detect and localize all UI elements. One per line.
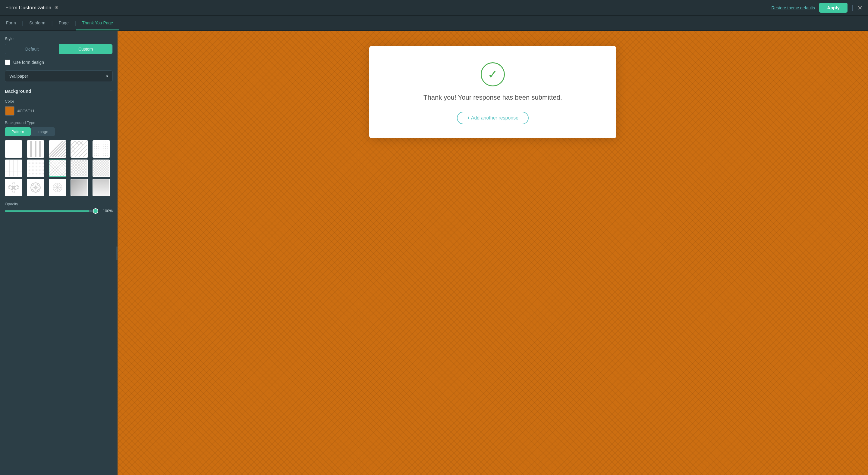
bg-color-hex[interactable]: #CC6E11 (18, 109, 34, 113)
pattern-9[interactable] (70, 160, 88, 177)
topbar: Form Customization ☀ Restore theme defau… (0, 0, 868, 15)
pattern-15[interactable] (93, 179, 110, 196)
add-another-response-button[interactable]: + Add another response (457, 112, 529, 124)
checkmark-icon: ✓ (488, 68, 498, 80)
svg-rect-29 (50, 160, 66, 176)
tabs-row: Form | Subform | Page | Thank You Page (0, 15, 868, 31)
bg-color-swatch[interactable] (5, 106, 14, 115)
tab-subform[interactable]: Subform (23, 16, 51, 30)
thankyou-card: ✓ Thank you! Your response has been subm… (369, 46, 616, 138)
svg-rect-17 (93, 141, 110, 157)
style-custom-button[interactable]: Custom (59, 44, 113, 54)
tab-form[interactable]: Form (0, 16, 22, 30)
apply-button[interactable]: Apply (819, 3, 847, 13)
tab-page[interactable]: Page (53, 16, 75, 30)
svg-rect-2 (30, 141, 32, 157)
sidebar-collapse-button[interactable]: ‹ (116, 246, 118, 260)
wallpaper-dropdown[interactable]: Wallpaper ▾ (5, 70, 113, 82)
style-toggle: Default Custom (5, 44, 113, 54)
pattern-13[interactable] (49, 179, 66, 196)
svg-rect-0 (5, 141, 22, 157)
use-form-design-row: Use form design (5, 60, 113, 65)
color-label: Color (5, 99, 113, 104)
color-swatch-row: #CC6E11 (5, 106, 113, 115)
thankyou-message: Thank you! Your response has been submit… (424, 94, 562, 101)
close-button[interactable]: ✕ (858, 4, 863, 11)
pattern-11[interactable] (5, 179, 22, 196)
add-response-label: + Add another response (467, 115, 518, 121)
pattern-10[interactable] (93, 160, 110, 177)
style-label: Style (5, 36, 113, 41)
svg-rect-4 (39, 141, 41, 157)
check-circle: ✓ (481, 62, 505, 87)
restore-defaults-link[interactable]: Restore theme defaults (771, 5, 815, 10)
style-default-button[interactable]: Default (5, 44, 59, 54)
svg-rect-60 (93, 179, 110, 196)
tab-thank-you-page[interactable]: Thank You Page (76, 16, 119, 30)
pattern-6[interactable] (5, 160, 22, 177)
svg-rect-37 (93, 160, 110, 176)
pattern-grid (5, 140, 113, 196)
svg-rect-18 (5, 160, 22, 176)
pattern-12[interactable] (27, 179, 44, 196)
page-title: Form Customization (5, 5, 51, 11)
background-section-header: Background − (5, 88, 113, 94)
topbar-left: Form Customization ☀ (5, 5, 59, 11)
collapse-icon[interactable]: − (110, 88, 113, 94)
divider: | (852, 4, 853, 11)
pattern-2[interactable] (27, 140, 44, 158)
opacity-row: 100% (5, 209, 113, 213)
pattern-5[interactable] (93, 140, 110, 158)
sun-icon[interactable]: ☀ (54, 5, 59, 10)
pattern-1[interactable] (5, 140, 22, 158)
bg-type-toggle: Pattern Image (5, 127, 113, 136)
main-layout: Style Default Custom Use form design Wal… (0, 31, 868, 475)
image-button[interactable]: Image (31, 127, 55, 136)
topbar-right: Restore theme defaults Apply | ✕ (771, 3, 863, 13)
wallpaper-label: Wallpaper (9, 74, 28, 78)
svg-point-45 (12, 186, 14, 189)
pattern-8[interactable] (49, 160, 66, 177)
svg-rect-27 (27, 160, 44, 176)
svg-rect-3 (35, 141, 36, 157)
pattern-4[interactable] (70, 140, 88, 158)
use-form-design-checkbox[interactable] (5, 60, 10, 65)
opacity-label: Opacity (5, 202, 113, 206)
background-section-title: Background (5, 89, 31, 94)
pattern-7[interactable] (27, 160, 44, 177)
chevron-down-icon: ▾ (106, 74, 108, 78)
preview-area: ✓ Thank you! Your response has been subm… (118, 31, 868, 475)
pattern-3[interactable] (49, 140, 66, 158)
bg-type-label: Background Type (5, 121, 113, 125)
opacity-slider[interactable] (5, 210, 98, 212)
sidebar: Style Default Custom Use form design Wal… (0, 31, 118, 475)
pattern-14[interactable] (70, 179, 88, 196)
use-form-design-label[interactable]: Use form design (13, 60, 44, 65)
svg-rect-33 (71, 160, 87, 176)
svg-rect-59 (71, 179, 87, 196)
svg-point-55 (34, 186, 36, 189)
pattern-button[interactable]: Pattern (5, 127, 31, 136)
opacity-value: 100% (102, 209, 113, 213)
